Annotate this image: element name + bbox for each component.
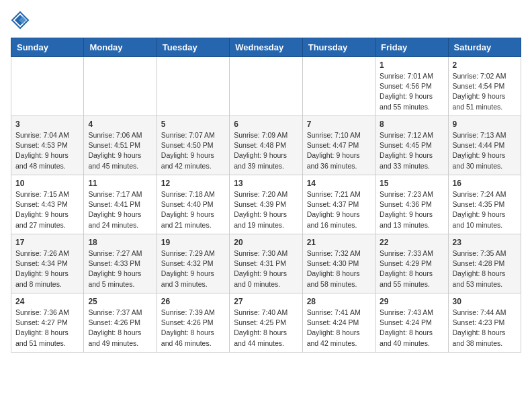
day-number: 7 — [307, 120, 371, 129]
calendar-cell: 19Sunrise: 7:29 AM Sunset: 4:32 PM Dayli… — [157, 234, 229, 293]
day-number: 30 — [453, 297, 517, 306]
day-number: 23 — [453, 238, 517, 247]
calendar-cell — [157, 57, 229, 116]
day-info: Sunrise: 7:29 AM Sunset: 4:32 PM Dayligh… — [161, 248, 225, 289]
day-number: 15 — [380, 179, 443, 188]
day-number: 19 — [161, 238, 225, 247]
day-number: 8 — [380, 120, 443, 129]
day-number: 22 — [380, 238, 443, 247]
day-number: 12 — [161, 179, 225, 188]
logo-icon — [11, 11, 30, 30]
day-number: 18 — [88, 238, 152, 247]
calendar-cell — [302, 57, 375, 116]
day-number: 16 — [453, 179, 517, 188]
col-header-wednesday: Wednesday — [230, 38, 302, 57]
day-info: Sunrise: 7:13 AM Sunset: 4:44 PM Dayligh… — [453, 130, 517, 171]
calendar-cell: 10Sunrise: 7:15 AM Sunset: 4:43 PM Dayli… — [11, 175, 84, 234]
calendar-cell: 23Sunrise: 7:35 AM Sunset: 4:28 PM Dayli… — [448, 234, 521, 293]
day-info: Sunrise: 7:18 AM Sunset: 4:40 PM Dayligh… — [161, 189, 225, 230]
calendar-cell: 24Sunrise: 7:36 AM Sunset: 4:27 PM Dayli… — [11, 293, 84, 353]
day-info: Sunrise: 7:36 AM Sunset: 4:27 PM Dayligh… — [15, 308, 79, 349]
calendar-cell: 27Sunrise: 7:40 AM Sunset: 4:25 PM Dayli… — [230, 293, 302, 353]
day-number: 24 — [15, 297, 79, 306]
day-info: Sunrise: 7:39 AM Sunset: 4:26 PM Dayligh… — [161, 308, 225, 349]
day-number: 28 — [307, 297, 371, 306]
calendar-cell: 5Sunrise: 7:07 AM Sunset: 4:50 PM Daylig… — [157, 116, 229, 175]
calendar-cell: 29Sunrise: 7:43 AM Sunset: 4:24 PM Dayli… — [375, 293, 448, 353]
day-number: 20 — [234, 238, 298, 247]
calendar-week-5: 24Sunrise: 7:36 AM Sunset: 4:27 PM Dayli… — [11, 293, 521, 353]
col-header-thursday: Thursday — [302, 38, 375, 57]
calendar-cell: 12Sunrise: 7:18 AM Sunset: 4:40 PM Dayli… — [157, 175, 229, 234]
day-info: Sunrise: 7:10 AM Sunset: 4:47 PM Dayligh… — [307, 130, 371, 171]
calendar-cell: 7Sunrise: 7:10 AM Sunset: 4:47 PM Daylig… — [302, 116, 375, 175]
calendar-cell: 14Sunrise: 7:21 AM Sunset: 4:37 PM Dayli… — [302, 175, 375, 234]
day-info: Sunrise: 7:17 AM Sunset: 4:41 PM Dayligh… — [88, 189, 152, 230]
calendar-cell: 22Sunrise: 7:33 AM Sunset: 4:29 PM Dayli… — [375, 234, 448, 293]
calendar-cell: 3Sunrise: 7:04 AM Sunset: 4:53 PM Daylig… — [11, 116, 84, 175]
day-number: 26 — [161, 297, 225, 306]
calendar-cell: 2Sunrise: 7:02 AM Sunset: 4:54 PM Daylig… — [448, 57, 521, 116]
day-info: Sunrise: 7:06 AM Sunset: 4:51 PM Dayligh… — [88, 130, 152, 171]
calendar-cell: 11Sunrise: 7:17 AM Sunset: 4:41 PM Dayli… — [84, 175, 157, 234]
day-number: 29 — [380, 297, 443, 306]
calendar-cell: 6Sunrise: 7:09 AM Sunset: 4:48 PM Daylig… — [230, 116, 302, 175]
calendar-cell — [230, 57, 302, 116]
calendar-cell: 30Sunrise: 7:44 AM Sunset: 4:23 PM Dayli… — [448, 293, 521, 353]
calendar-cell — [84, 57, 157, 116]
day-number: 11 — [88, 179, 152, 188]
day-number: 1 — [380, 60, 443, 70]
day-info: Sunrise: 7:24 AM Sunset: 4:35 PM Dayligh… — [453, 189, 517, 230]
day-info: Sunrise: 7:07 AM Sunset: 4:50 PM Dayligh… — [161, 130, 225, 171]
calendar-week-4: 17Sunrise: 7:26 AM Sunset: 4:34 PM Dayli… — [11, 234, 521, 293]
day-info: Sunrise: 7:02 AM Sunset: 4:54 PM Dayligh… — [453, 71, 517, 112]
calendar-week-2: 3Sunrise: 7:04 AM Sunset: 4:53 PM Daylig… — [11, 116, 521, 175]
day-info: Sunrise: 7:26 AM Sunset: 4:34 PM Dayligh… — [15, 248, 79, 289]
day-number: 3 — [15, 120, 79, 129]
day-info: Sunrise: 7:27 AM Sunset: 4:33 PM Dayligh… — [88, 248, 152, 289]
day-info: Sunrise: 7:30 AM Sunset: 4:31 PM Dayligh… — [234, 248, 298, 289]
calendar-cell: 13Sunrise: 7:20 AM Sunset: 4:39 PM Dayli… — [230, 175, 302, 234]
calendar-cell: 8Sunrise: 7:12 AM Sunset: 4:45 PM Daylig… — [375, 116, 448, 175]
day-info: Sunrise: 7:37 AM Sunset: 4:26 PM Dayligh… — [88, 308, 152, 349]
calendar-cell: 25Sunrise: 7:37 AM Sunset: 4:26 PM Dayli… — [84, 293, 157, 353]
calendar-cell: 20Sunrise: 7:30 AM Sunset: 4:31 PM Dayli… — [230, 234, 302, 293]
day-number: 25 — [88, 297, 152, 306]
day-info: Sunrise: 7:32 AM Sunset: 4:30 PM Dayligh… — [307, 248, 371, 289]
calendar-cell: 1Sunrise: 7:01 AM Sunset: 4:56 PM Daylig… — [375, 57, 448, 116]
day-info: Sunrise: 7:01 AM Sunset: 4:56 PM Dayligh… — [380, 71, 443, 112]
day-info: Sunrise: 7:09 AM Sunset: 4:48 PM Dayligh… — [234, 130, 298, 171]
day-info: Sunrise: 7:04 AM Sunset: 4:53 PM Dayligh… — [15, 130, 79, 171]
day-info: Sunrise: 7:12 AM Sunset: 4:45 PM Dayligh… — [380, 130, 443, 171]
day-info: Sunrise: 7:21 AM Sunset: 4:37 PM Dayligh… — [307, 189, 371, 230]
calendar-header-row: SundayMondayTuesdayWednesdayThursdayFrid… — [11, 38, 521, 57]
day-number: 13 — [234, 179, 298, 188]
calendar-cell: 28Sunrise: 7:41 AM Sunset: 4:24 PM Dayli… — [302, 293, 375, 353]
day-info: Sunrise: 7:43 AM Sunset: 4:24 PM Dayligh… — [380, 308, 443, 349]
calendar-cell: 17Sunrise: 7:26 AM Sunset: 4:34 PM Dayli… — [11, 234, 84, 293]
day-number: 21 — [307, 238, 371, 247]
calendar-cell: 21Sunrise: 7:32 AM Sunset: 4:30 PM Dayli… — [302, 234, 375, 293]
day-info: Sunrise: 7:23 AM Sunset: 4:36 PM Dayligh… — [380, 189, 443, 230]
col-header-monday: Monday — [84, 38, 157, 57]
day-number: 4 — [88, 120, 152, 129]
day-number: 17 — [15, 238, 79, 247]
col-header-sunday: Sunday — [11, 38, 84, 57]
calendar-cell: 9Sunrise: 7:13 AM Sunset: 4:44 PM Daylig… — [448, 116, 521, 175]
page-header — [11, 11, 521, 30]
col-header-saturday: Saturday — [448, 38, 521, 57]
calendar-cell: 26Sunrise: 7:39 AM Sunset: 4:26 PM Dayli… — [157, 293, 229, 353]
col-header-tuesday: Tuesday — [157, 38, 229, 57]
calendar-cell — [11, 57, 84, 116]
day-info: Sunrise: 7:33 AM Sunset: 4:29 PM Dayligh… — [380, 248, 443, 289]
day-info: Sunrise: 7:35 AM Sunset: 4:28 PM Dayligh… — [453, 248, 517, 289]
col-header-friday: Friday — [375, 38, 448, 57]
day-number: 5 — [161, 120, 225, 129]
day-number: 2 — [453, 60, 517, 70]
day-number: 10 — [15, 179, 79, 188]
calendar-cell: 18Sunrise: 7:27 AM Sunset: 4:33 PM Dayli… — [84, 234, 157, 293]
day-number: 6 — [234, 120, 298, 129]
calendar-cell: 15Sunrise: 7:23 AM Sunset: 4:36 PM Dayli… — [375, 175, 448, 234]
day-info: Sunrise: 7:44 AM Sunset: 4:23 PM Dayligh… — [453, 308, 517, 349]
calendar-week-3: 10Sunrise: 7:15 AM Sunset: 4:43 PM Dayli… — [11, 175, 521, 234]
